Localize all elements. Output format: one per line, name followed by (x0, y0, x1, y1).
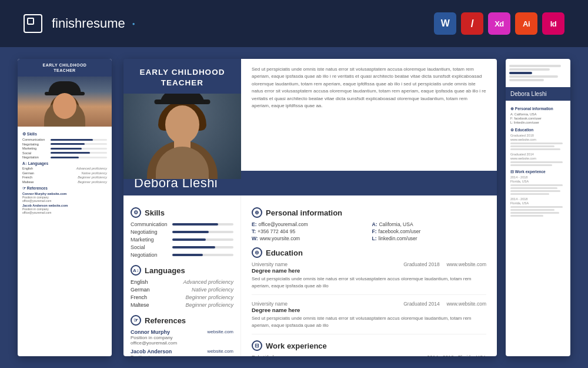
logo-text: finishresume (52, 16, 125, 31)
main-area: EARLY CHILDHOODTEACHER ⚙ Skills Communic… (0, 47, 588, 368)
logo-area: finishresume ● (24, 14, 135, 33)
lang-french: FrenchBeginner proficiency (131, 294, 233, 300)
education-heading: ⊜ Education (252, 247, 486, 258)
personal-info-grid: E: office@youremail.com A: California, U… (252, 221, 486, 241)
skill-social: Social (131, 244, 233, 250)
ref-jacob: Jacob Anderson website.com Position in c… (131, 349, 233, 356)
phone-info: T: +356 772 404 95 (252, 228, 366, 234)
small-skill-marketing: Marketing (22, 147, 107, 150)
lang-maltese: MalteseBeginner proficiency (131, 302, 233, 308)
education-icon: ⊜ (252, 247, 262, 258)
format-slash-icon[interactable]: / (461, 12, 483, 35)
work-experience-icon: ⊟ (252, 340, 262, 351)
small-skill-negotiation: Negotiation (22, 155, 107, 159)
format-icons: W / Xd Ai Id (434, 12, 564, 35)
email-info: E: office@youremail.com (252, 221, 366, 227)
small-resume-card: EARLY CHILDHOODTEACHER ⚙ Skills Communic… (18, 59, 112, 356)
resume-photo (123, 94, 241, 179)
format-xd-icon[interactable]: Xd (488, 12, 510, 35)
format-ai-icon[interactable]: Ai (515, 12, 537, 35)
resume-left-column: ⚙ Skills Communication Negotiating Marke… (123, 195, 241, 356)
format-word-icon[interactable]: W (434, 12, 456, 35)
languages-heading: A↕ Languages (131, 265, 233, 276)
website-info: W: www.yoursite.com (252, 236, 366, 241)
third-resume-panel: Debora Lleshi ⊕ Personal information A: … (506, 59, 570, 356)
small-card-photo (18, 77, 112, 127)
resume-right-column: ⊕ Personal information E: office@yourema… (241, 195, 497, 356)
edu-item-2: University name Graduated 2014 www.websi… (252, 301, 486, 334)
small-languages-heading: A↕ Languages (22, 161, 107, 165)
skill-negotiating: Negotiating (131, 229, 233, 235)
small-card-title: EARLY CHILDHOODTEACHER (18, 59, 112, 77)
languages-icon: A↕ (131, 265, 141, 276)
skill-communication: Communication (131, 221, 233, 227)
small-references-heading: ☞ References (22, 186, 107, 191)
skill-marketing: Marketing (131, 237, 233, 243)
work-item-1: Role title here 2014 - 2018 Florida, USA… (252, 354, 486, 356)
references-icon: ☞ (131, 315, 141, 326)
resume-photo-column: EARLY CHILDHOOD TEACHER (123, 59, 241, 171)
small-skill-negotiating: Negotiating (22, 142, 107, 146)
small-card-content: ⚙ Skills Communication Negotiating Marke… (18, 127, 112, 218)
resume-top-section: EARLY CHILDHOOD TEACHER (123, 59, 497, 171)
small-ref-2: Jacob Anderson website.com Position in c… (22, 204, 107, 214)
facebook-info: F: facebook.com/user (372, 228, 487, 234)
lang-english: EnglishAdvanced proficiency (131, 279, 233, 285)
header: finishresume ● W / Xd Ai Id (0, 0, 588, 47)
resume-title: EARLY CHILDHOOD TEACHER (123, 59, 241, 94)
edu-item-1: University name Graduated 2018 www.websi… (252, 261, 486, 295)
resume-body: ⚙ Skills Communication Negotiating Marke… (123, 195, 497, 356)
skills-icon: ⚙ (131, 207, 141, 218)
personal-info-icon: ⊕ (252, 207, 262, 218)
resume-tagline: Sed ut perspiciatis unde omnis iste natu… (241, 59, 497, 171)
work-experience-heading: ⊟ Work experience (252, 340, 486, 351)
small-lang-french: FrenchBeginner proficiency (22, 175, 107, 179)
address-info: A: California, USA (372, 221, 487, 227)
small-ref-1: Connor Murphy website.com Position in co… (22, 192, 107, 203)
logo-dot: ● (132, 21, 135, 26)
skills-heading: ⚙ Skills (131, 207, 233, 218)
lang-german: GermanNative proficiency (131, 287, 233, 293)
third-panel-name: Debora Lleshi (506, 87, 570, 101)
small-skill-communication: Communication (22, 138, 107, 141)
small-skills-heading: ⚙ Skills (22, 132, 107, 137)
personal-info-heading: ⊕ Personal information (252, 207, 486, 218)
linkedin-info: L: linkedin.com/user (372, 236, 487, 241)
main-resume: EARLY CHILDHOOD TEACHER (123, 59, 497, 356)
format-id-icon[interactable]: Id (542, 12, 564, 35)
small-lang-german: GermanNative proficiency (22, 171, 107, 175)
references-heading: ☞ References (131, 315, 233, 326)
small-skill-social: Social (22, 151, 107, 155)
small-lang-maltese: MalteseBeginner proficiency (22, 180, 107, 184)
skill-negotiation: Negotiation (131, 252, 233, 258)
ref-connor: Connor Murphy website.com Position in co… (131, 329, 233, 346)
small-lang-english: EnglishAdvanced proficiency (22, 167, 107, 170)
logo-icon (24, 14, 42, 33)
